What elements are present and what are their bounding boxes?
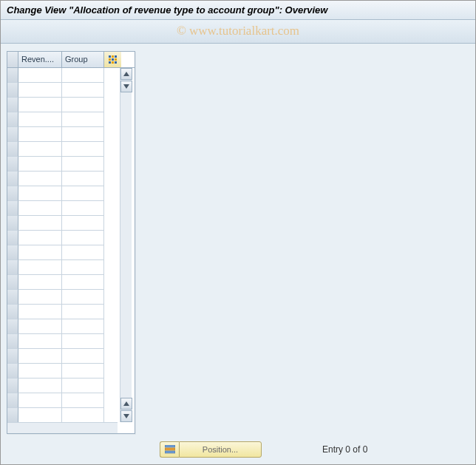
table-header-row: Reven.... Group (7, 52, 135, 68)
cell-group[interactable] (62, 112, 104, 127)
row-selector[interactable] (7, 201, 18, 216)
scroll-down-button[interactable] (120, 410, 132, 422)
cell-group[interactable] (62, 142, 104, 157)
cell-revenue[interactable] (18, 201, 62, 216)
content-area: Reven.... Group (1, 44, 475, 435)
cell-group[interactable] (62, 157, 104, 172)
cell-revenue[interactable] (18, 349, 62, 364)
cell-revenue[interactable] (18, 393, 62, 408)
table-row (7, 216, 118, 231)
cell-group[interactable] (62, 379, 104, 393)
cell-revenue[interactable] (18, 186, 62, 201)
row-selector[interactable] (7, 379, 18, 393)
row-selector[interactable] (7, 172, 18, 186)
row-selector[interactable] (7, 290, 18, 305)
table-row (7, 127, 118, 142)
cell-group[interactable] (62, 127, 104, 142)
row-selector[interactable] (7, 319, 18, 334)
cell-revenue[interactable] (18, 231, 62, 245)
cell-group[interactable] (62, 172, 104, 186)
row-selector[interactable] (7, 349, 18, 364)
cell-revenue[interactable] (18, 98, 62, 112)
cell-revenue[interactable] (18, 408, 62, 422)
row-selector[interactable] (7, 275, 18, 290)
row-selector[interactable] (7, 127, 18, 142)
row-selector[interactable] (7, 364, 18, 379)
scroll-page-up-button[interactable] (120, 81, 132, 92)
cell-revenue[interactable] (18, 172, 62, 186)
row-selector[interactable] (7, 186, 18, 201)
cell-group[interactable] (62, 83, 104, 98)
row-selector[interactable] (7, 408, 18, 422)
cell-group[interactable] (62, 319, 104, 334)
triangle-up-icon (123, 401, 129, 406)
cell-revenue[interactable] (18, 305, 62, 319)
table-config-button[interactable] (104, 52, 121, 67)
cell-revenue[interactable] (18, 127, 62, 142)
table-row (7, 142, 118, 157)
row-selector[interactable] (7, 112, 18, 127)
cell-group[interactable] (62, 201, 104, 216)
row-selector[interactable] (7, 393, 18, 408)
column-header-revenue[interactable]: Reven.... (18, 52, 62, 67)
table-row (7, 364, 118, 379)
row-selector[interactable] (7, 157, 18, 172)
select-all-header[interactable] (7, 52, 18, 67)
row-selector[interactable] (7, 305, 18, 319)
row-selector[interactable] (7, 98, 18, 112)
cell-group[interactable] (62, 305, 104, 319)
row-selector[interactable] (7, 334, 18, 349)
cell-group[interactable] (62, 68, 104, 83)
table-row (7, 349, 118, 364)
cell-revenue[interactable] (18, 216, 62, 231)
table-row (7, 275, 118, 290)
position-button[interactable]: Position... (179, 441, 262, 458)
cell-revenue[interactable] (18, 83, 62, 98)
table-row (7, 186, 118, 201)
row-selector[interactable] (7, 83, 18, 98)
cell-group[interactable] (62, 260, 104, 275)
cell-group[interactable] (62, 98, 104, 112)
cell-group[interactable] (62, 216, 104, 231)
cell-revenue[interactable] (18, 245, 62, 260)
triangle-up-icon (123, 72, 129, 76)
footer: Position... Entry 0 of 0 (1, 435, 475, 464)
allocation-table: Reven.... Group (7, 51, 135, 434)
cell-group[interactable] (62, 275, 104, 290)
row-selector[interactable] (7, 260, 18, 275)
cell-group[interactable] (62, 186, 104, 201)
cell-revenue[interactable] (18, 157, 62, 172)
row-selector[interactable] (7, 68, 18, 83)
table-row (7, 83, 118, 98)
cell-group[interactable] (62, 245, 104, 260)
cell-group[interactable] (62, 364, 104, 379)
cell-group[interactable] (62, 408, 104, 422)
cell-revenue[interactable] (18, 379, 62, 393)
cell-revenue[interactable] (18, 142, 62, 157)
vertical-scrollbar[interactable] (120, 68, 132, 422)
row-selector[interactable] (7, 216, 18, 231)
cell-revenue[interactable] (18, 334, 62, 349)
cell-revenue[interactable] (18, 68, 62, 83)
row-selector[interactable] (7, 245, 18, 260)
cell-revenue[interactable] (18, 364, 62, 379)
row-selector[interactable] (7, 231, 18, 245)
column-header-group[interactable]: Group (62, 52, 104, 67)
cell-revenue[interactable] (18, 290, 62, 305)
scroll-up-button[interactable] (120, 68, 132, 80)
cell-group[interactable] (62, 290, 104, 305)
position-icon-button[interactable] (160, 441, 179, 458)
cell-group[interactable] (62, 231, 104, 245)
triangle-down-icon (123, 84, 129, 89)
row-selector[interactable] (7, 142, 18, 157)
cell-group[interactable] (62, 349, 104, 364)
table-row (7, 305, 118, 319)
cell-revenue[interactable] (18, 275, 62, 290)
horizontal-scrollbar[interactable] (7, 422, 118, 433)
cell-revenue[interactable] (18, 260, 62, 275)
scroll-page-down-button[interactable] (120, 398, 132, 410)
cell-revenue[interactable] (18, 112, 62, 127)
cell-group[interactable] (62, 393, 104, 408)
cell-group[interactable] (62, 334, 104, 349)
cell-revenue[interactable] (18, 319, 62, 334)
